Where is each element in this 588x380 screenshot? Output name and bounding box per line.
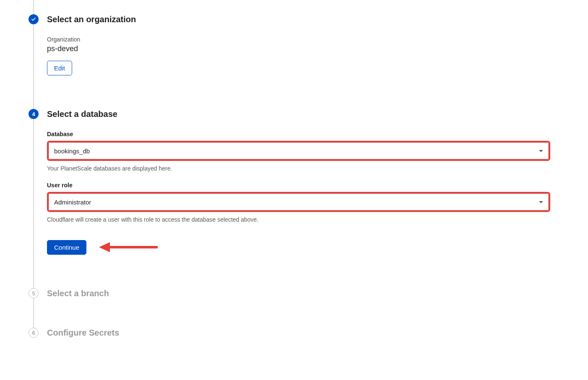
database-highlight: bookings_db bbox=[47, 141, 550, 161]
database-help-text: Your PlanetScale databases are displayed… bbox=[47, 165, 550, 172]
step-marker-5: 5 bbox=[29, 288, 39, 298]
database-select[interactable]: bookings_db bbox=[49, 142, 549, 159]
user-role-select[interactable]: Administrator bbox=[49, 194, 549, 210]
user-role-select-value: Administrator bbox=[54, 199, 91, 206]
annotation-arrow-icon bbox=[95, 240, 158, 255]
organization-label: Organization bbox=[47, 36, 550, 43]
database-field-group: Database bookings_db Your PlanetScale da… bbox=[47, 131, 550, 172]
step-title-database: Select a database bbox=[47, 109, 550, 119]
role-field-group: User role Administrator Cloudflare will … bbox=[47, 182, 550, 223]
edit-button[interactable]: Edit bbox=[47, 61, 72, 75]
continue-row: Continue bbox=[47, 240, 550, 255]
step-title-organization: Select an organization bbox=[47, 14, 550, 24]
step-select-database: 4 Select a database Database bookings_db… bbox=[34, 109, 550, 255]
step-configure-secrets: 6 Configure Secrets bbox=[34, 328, 550, 338]
step-marker-completed bbox=[29, 14, 39, 24]
step-title-branch: Select a branch bbox=[47, 288, 550, 298]
svg-marker-1 bbox=[99, 242, 110, 252]
continue-button[interactable]: Continue bbox=[47, 240, 86, 255]
step-select-branch: 5 Select a branch bbox=[34, 288, 550, 298]
database-label: Database bbox=[47, 131, 550, 137]
step-marker-4: 4 bbox=[29, 109, 39, 119]
role-help-text: Cloudflare will create a user with this … bbox=[47, 216, 550, 223]
role-highlight: Administrator bbox=[47, 192, 550, 212]
chevron-down-icon bbox=[539, 201, 543, 203]
organization-value: ps-deved bbox=[47, 44, 550, 53]
check-icon bbox=[31, 17, 36, 22]
step-marker-6: 6 bbox=[29, 328, 39, 338]
step-title-secrets: Configure Secrets bbox=[47, 328, 550, 338]
setup-wizard: Select an organization Organization ps-d… bbox=[0, 0, 588, 338]
step-select-organization: Select an organization Organization ps-d… bbox=[34, 4, 550, 75]
database-select-value: bookings_db bbox=[54, 147, 90, 155]
user-role-label: User role bbox=[47, 182, 550, 189]
chevron-down-icon bbox=[539, 150, 543, 152]
